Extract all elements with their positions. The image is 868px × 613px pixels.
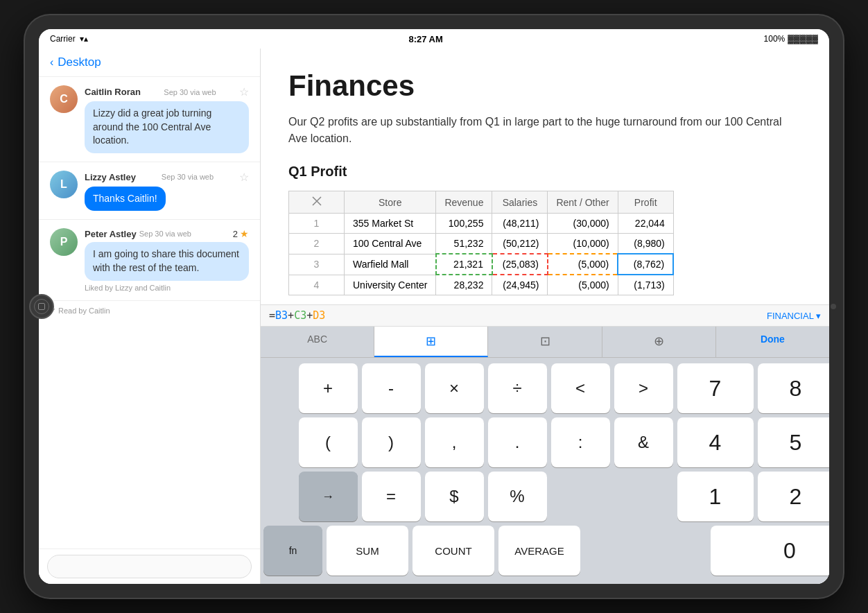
key-period-op[interactable]: . bbox=[488, 417, 547, 467]
cell-rent[interactable]: (30,000) bbox=[548, 214, 618, 234]
key-plus[interactable]: + bbox=[299, 363, 358, 413]
badge-star-icon: ★ bbox=[240, 228, 249, 239]
col-header-salaries: Salaries bbox=[492, 191, 548, 214]
back-arrow-icon[interactable]: ‹ bbox=[50, 56, 53, 69]
insert-icon: ⊕ bbox=[654, 334, 664, 348]
list-item[interactable]: P Peter Astley Sep 30 via web 2 ★ bbox=[39, 220, 260, 300]
cell-revenue[interactable]: 51,232 bbox=[436, 234, 492, 254]
key-close-paren[interactable]: ) bbox=[362, 417, 421, 467]
numbers-icon: ⊞ bbox=[426, 334, 436, 348]
key-8[interactable]: 8 bbox=[758, 363, 830, 413]
key-7[interactable]: 7 bbox=[677, 363, 754, 413]
key-less[interactable]: < bbox=[551, 363, 610, 413]
key-minus[interactable]: - bbox=[362, 363, 421, 413]
message-input-area bbox=[39, 549, 260, 584]
cell-salaries[interactable]: (48,211) bbox=[492, 214, 548, 234]
key-1[interactable]: 1 bbox=[677, 472, 754, 521]
tab-insert[interactable]: ⊕ bbox=[602, 327, 716, 357]
wifi-icon: ▾▴ bbox=[80, 34, 88, 44]
key-0[interactable]: 0 bbox=[711, 526, 829, 576]
keyboard-toolbar: ABC ⊞ ⊡ ⊕ Done bbox=[261, 327, 829, 358]
message-sender: Caitlin Roran bbox=[85, 87, 141, 97]
home-button[interactable] bbox=[29, 294, 54, 319]
cell-salaries-highlighted[interactable]: (25,083) bbox=[492, 254, 548, 275]
section-title: Q1 Profit bbox=[288, 164, 801, 180]
key-multiply[interactable]: × bbox=[425, 363, 484, 413]
message-content: Lizzy Astley Sep 30 via web ☆ Thanks Cai… bbox=[85, 171, 249, 211]
key-count[interactable]: COUNT bbox=[413, 526, 494, 576]
list-item[interactable]: L Lizzy Astley Sep 30 via web ☆ Thanks C… bbox=[39, 162, 260, 221]
tab-abc[interactable]: ABC bbox=[261, 327, 374, 357]
financial-dropdown[interactable]: FINANCIAL ▾ bbox=[767, 311, 821, 321]
cell-revenue[interactable]: 28,232 bbox=[436, 275, 492, 295]
key-equals[interactable]: = bbox=[362, 472, 421, 521]
row-num: 1 bbox=[289, 214, 345, 234]
cell-rent-highlighted[interactable]: (5,000) bbox=[548, 254, 618, 275]
message-sender: Lizzy Astley bbox=[85, 172, 136, 182]
back-button[interactable]: Desktop bbox=[58, 55, 101, 69]
cell-rent[interactable]: (10,000) bbox=[548, 234, 618, 254]
message-sender: Peter Astley bbox=[85, 229, 137, 239]
key-ampersand[interactable]: & bbox=[614, 417, 673, 467]
avatar: C bbox=[50, 85, 78, 113]
key-open-paren[interactable]: ( bbox=[299, 417, 358, 467]
cell-store[interactable]: 100 Central Ave bbox=[345, 234, 436, 254]
table-row[interactable]: 1 355 Market St 100,255 (48,211) (30,000… bbox=[289, 214, 674, 234]
message-content: Peter Astley Sep 30 via web 2 ★ I am goi… bbox=[85, 228, 249, 291]
cell-profit-highlighted[interactable]: (8,762) bbox=[618, 254, 673, 275]
cell-profit[interactable]: (8,980) bbox=[618, 234, 673, 254]
document-area: Finances Our Q2 profits are up substanti… bbox=[261, 49, 829, 584]
cell-revenue[interactable]: 100,255 bbox=[436, 214, 492, 234]
key-average[interactable]: AVERAGE bbox=[498, 526, 580, 576]
done-button[interactable]: Done bbox=[716, 327, 829, 357]
key-tab[interactable]: → bbox=[299, 472, 358, 521]
read-receipt-text: Read by Caitlin bbox=[58, 306, 110, 315]
star-icon[interactable]: ☆ bbox=[239, 171, 249, 184]
doc-title: Finances bbox=[288, 69, 801, 103]
cell-profit[interactable]: 22,044 bbox=[618, 214, 673, 234]
col-header-store: Store bbox=[345, 191, 436, 214]
table-row[interactable]: 3 Warfield Mall 21,321 (25,083) (5,000) … bbox=[289, 254, 674, 275]
tab-numbers[interactable]: ⊞ bbox=[374, 327, 488, 357]
key-5[interactable]: 5 bbox=[758, 417, 830, 467]
key-divide[interactable]: ÷ bbox=[488, 363, 547, 413]
key-dollar[interactable]: $ bbox=[425, 472, 484, 521]
cell-store[interactable]: 355 Market St bbox=[345, 214, 436, 234]
key-fn[interactable]: fn bbox=[263, 526, 322, 576]
key-2[interactable]: 2 bbox=[758, 472, 830, 521]
tab-table[interactable]: ⊡ bbox=[488, 327, 602, 357]
carrier-label: Carrier bbox=[50, 34, 76, 44]
formula-bar: =B3+C3+D3 FINANCIAL ▾ bbox=[261, 304, 829, 327]
message-bubble: Thanks Caitlin! bbox=[85, 187, 166, 211]
row-num: 2 bbox=[289, 234, 345, 254]
key-sum[interactable]: SUM bbox=[327, 526, 408, 576]
key-4[interactable]: 4 bbox=[677, 417, 754, 467]
message-text: Lizzy did a great job turning around the… bbox=[93, 107, 211, 146]
message-text: I am going to share this document with t… bbox=[93, 248, 239, 273]
battery-label: 100% bbox=[764, 34, 785, 44]
cell-store[interactable]: University Center bbox=[345, 275, 436, 295]
table-row[interactable]: 4 University Center 28,232 (24,945) (5,0… bbox=[289, 275, 674, 295]
message-bubble: I am going to share this document with t… bbox=[85, 242, 249, 280]
time-display: 8:27 AM bbox=[408, 34, 442, 44]
key-comma[interactable]: , bbox=[425, 417, 484, 467]
message-input[interactable] bbox=[47, 555, 252, 578]
key-greater[interactable]: > bbox=[614, 363, 673, 413]
cell-rent[interactable]: (5,000) bbox=[548, 275, 618, 295]
battery-icon: ▓▓▓▓▓ bbox=[788, 34, 818, 44]
table-row[interactable]: 2 100 Central Ave 51,232 (50,212) (10,00… bbox=[289, 234, 674, 254]
cell-store[interactable]: Warfield Mall bbox=[345, 254, 436, 275]
messages-sidebar: ‹ Desktop C Caitlin Roran Sep 30 via web bbox=[39, 49, 261, 584]
formula-text[interactable]: =B3+C3+D3 bbox=[269, 309, 325, 322]
key-colon[interactable]: : bbox=[551, 417, 610, 467]
doc-body: Our Q2 profits are up substantially from… bbox=[288, 114, 801, 147]
cell-salaries[interactable]: (24,945) bbox=[492, 275, 548, 295]
cell-revenue-highlighted[interactable]: 21,321 bbox=[436, 254, 492, 275]
table-icon: ⊡ bbox=[540, 334, 550, 348]
messages-list: C Caitlin Roran Sep 30 via web ☆ Lizzy d… bbox=[39, 77, 260, 549]
cell-salaries[interactable]: (50,212) bbox=[492, 234, 548, 254]
list-item[interactable]: C Caitlin Roran Sep 30 via web ☆ Lizzy d… bbox=[39, 77, 260, 162]
key-percent[interactable]: % bbox=[488, 472, 547, 521]
star-icon[interactable]: ☆ bbox=[239, 85, 249, 98]
cell-profit[interactable]: (1,713) bbox=[618, 275, 673, 295]
